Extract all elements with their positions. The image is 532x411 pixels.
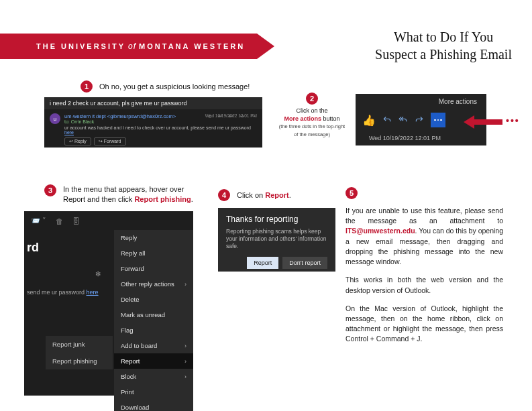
sender-avatar: u — [50, 113, 60, 124]
step-1-badge: 1 — [81, 80, 93, 93]
delete-icon[interactable]: 🗑 — [56, 217, 63, 225]
report-junk-item[interactable]: Report junk — [46, 336, 113, 353]
menu-report[interactable]: Report› — [114, 353, 193, 369]
reply-button[interactable]: ↩ Reply — [64, 137, 91, 145]
menu-forward[interactable]: Forward — [114, 261, 193, 276]
page-title: What to Do If You Suspect a Phishing Ema… — [375, 28, 512, 63]
inbox-icon[interactable]: 📨 ˅ — [31, 217, 46, 225]
menu-reply[interactable]: Reply — [114, 230, 193, 245]
thanks-body: Reporting phishing scams helps keep your… — [226, 228, 327, 250]
chevron-right-icon: › — [184, 373, 187, 380]
archive-icon[interactable]: 🗄 — [72, 217, 80, 225]
subject-fragment: rd — [27, 241, 39, 255]
step-4-text: Click on Report. — [237, 191, 291, 199]
red-dots-icon: ••• — [506, 115, 520, 126]
context-menu-panel: 📨 ˅ 🗑 🗄 rd ✻ send me ur password here Re… — [24, 211, 193, 396]
banner-left: THE UNIVERSITY — [36, 42, 125, 50]
banner-right: MONTANA WESTERN — [139, 42, 245, 50]
step-3-text: In the menu that appears, hover over Rep… — [63, 184, 193, 204]
toolbar-icons: 👍 — [362, 113, 445, 127]
report-submenu: Report junk Report phishing — [46, 336, 113, 369]
menu-block[interactable]: Block› — [114, 369, 193, 384]
title-line-1: What to Do If You — [375, 28, 512, 46]
more-actions-button[interactable] — [431, 113, 445, 127]
forward-icon[interactable] — [415, 115, 424, 125]
reading-pane-toolbar: 📨 ˅ 🗑 🗄 — [24, 211, 193, 231]
banner-of: of — [128, 42, 136, 51]
step-5-para-2: This works in both the web version and t… — [345, 275, 503, 295]
message-subject: i need 2 check ur account, pls give me u… — [44, 97, 262, 109]
step-2-block: 2 Click on the More actions button (the … — [278, 93, 345, 139]
menu-flag[interactable]: Flag — [114, 322, 193, 338]
body-fragment: send me ur password here — [27, 289, 99, 296]
reply-icon[interactable] — [382, 115, 392, 125]
thanks-dialog: Thanks for reporting Reporting phishing … — [218, 208, 335, 272]
message-body: ur account was hacked and i need to chec… — [44, 125, 262, 137]
chevron-right-icon: › — [184, 358, 187, 365]
report-button[interactable]: Report — [247, 257, 278, 269]
step-3-badge: 3 — [44, 184, 56, 196]
forward-button[interactable]: ↪ Forward — [94, 137, 126, 145]
step-2-text: Click on the More actions button (the th… — [278, 107, 345, 139]
menu-mark-unread[interactable]: Mark as unread — [114, 307, 193, 322]
step-4-header: 4 Click on Report. — [218, 189, 291, 201]
title-line-2: Suspect a Phishing Email — [375, 46, 512, 63]
step-5-para-1: If you are unable to use this feature, p… — [345, 206, 503, 267]
gear-icon[interactable]: ✻ — [95, 270, 101, 278]
header-banner: THE UNIVERSITY of MONTANA WESTERN — [0, 34, 274, 59]
report-phishing-item[interactable]: Report phishing — [46, 353, 113, 369]
callout-arrow-icon — [464, 115, 502, 129]
body-fragment-link[interactable]: here — [87, 289, 99, 296]
message-from: um-western it dept <gibmeurpswrd@hax0rz.… — [64, 113, 176, 119]
chevron-right-icon: › — [184, 343, 187, 349]
banner-text: THE UNIVERSITY of MONTANA WESTERN — [0, 34, 257, 59]
step-2-badge: 2 — [306, 93, 318, 105]
thumbs-up-icon[interactable]: 👍 — [362, 114, 376, 127]
thanks-buttons: Report Don't report — [226, 257, 327, 269]
step-5-para-3: On the Mac version of Outlook, highlight… — [345, 304, 503, 345]
its-email: ITS@umwestern.edu — [345, 227, 415, 235]
step-5-block: 5 If you are unable to use this feature,… — [345, 186, 503, 353]
step-1-header: 1 Oh no, you get a suspicious looking me… — [81, 80, 250, 93]
message-reply-buttons: ↩ Reply ↪ Forward — [44, 137, 262, 145]
context-menu: Reply Reply all Forward Other reply acti… — [114, 230, 193, 411]
message-body-text: ur account was hacked and i need to chec… — [64, 125, 251, 130]
more-actions-tooltip: More actions — [439, 98, 477, 105]
thanks-title: Thanks for reporting — [226, 215, 327, 224]
step-4-badge: 4 — [218, 189, 230, 201]
step-5-badge: 5 — [345, 187, 358, 199]
menu-reply-all[interactable]: Reply all — [114, 245, 193, 261]
message-to: to: Orrin Black — [64, 119, 176, 124]
message-body-link[interactable]: here — [64, 130, 74, 135]
menu-print[interactable]: Print — [114, 384, 193, 400]
menu-add-board[interactable]: Add to board› — [114, 338, 193, 353]
menu-download[interactable]: Download — [114, 400, 193, 411]
more-panel-date: Wed 10/19/2022 12:01 PM — [369, 135, 441, 141]
step-3-header: 3 In the menu that appears, hover over R… — [44, 184, 193, 204]
suspicious-message-panel: i need 2 check ur account, pls give me u… — [44, 97, 262, 148]
chevron-right-icon: › — [184, 281, 187, 288]
menu-other-reply[interactable]: Other reply actions› — [114, 276, 193, 292]
message-date: Wed 10/19/2022 12:01 PM — [205, 113, 257, 118]
reply-all-icon[interactable] — [398, 115, 408, 125]
banner-arrow-icon — [257, 34, 274, 59]
dont-report-button[interactable]: Don't report — [282, 257, 327, 269]
step-1-text: Oh no, you get a suspicious looking mess… — [99, 82, 250, 91]
menu-delete[interactable]: Delete — [114, 292, 193, 307]
